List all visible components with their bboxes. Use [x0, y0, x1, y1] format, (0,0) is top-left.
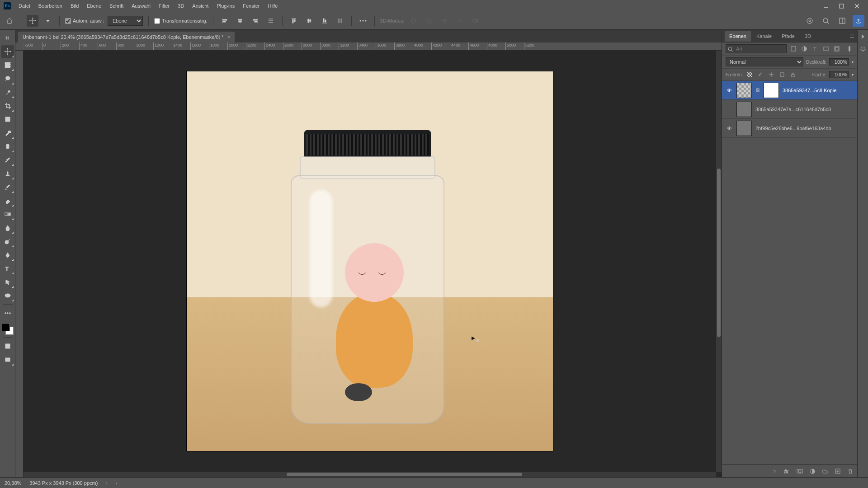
tab-3d[interactable]: 3D	[800, 31, 816, 42]
auto-select-checkbox[interactable]: Autom. ausw.:	[65, 18, 104, 24]
status-menu-icon[interactable]: ›	[106, 480, 108, 486]
chevron-down-icon[interactable]: ▾	[852, 73, 854, 77]
lock-artboard-icon[interactable]	[778, 70, 786, 79]
horizontal-scrollbar[interactable]	[24, 472, 716, 477]
align-left-icon[interactable]	[219, 15, 231, 27]
layer-thumbnail[interactable]	[736, 83, 752, 98]
menu-filter[interactable]: Filter	[155, 1, 174, 11]
align-center-v-icon[interactable]	[303, 15, 315, 27]
blend-mode-dropdown[interactable]: Normal	[726, 57, 803, 66]
move-tool-icon[interactable]	[27, 15, 38, 27]
layer-name[interactable]: 2bf99c5e26bbe6...9baf6e163a4bb	[755, 126, 854, 131]
canvas[interactable]: ▸✥	[187, 71, 553, 451]
tool-preset-dropdown[interactable]	[42, 15, 54, 27]
menu-file[interactable]: Datei	[14, 1, 34, 11]
layer-name[interactable]: 3865a59347...5c8 Kopie	[783, 88, 854, 93]
chevron-down-icon[interactable]: ▾	[852, 60, 854, 64]
window-minimize-button[interactable]	[818, 0, 834, 11]
cloud-docs-icon[interactable]	[804, 15, 816, 27]
align-distribute-icon[interactable]	[265, 15, 277, 27]
layer-row[interactable]: 3865a59347e7a...c611646d7b5c8	[722, 100, 857, 119]
filter-smart-icon[interactable]	[833, 45, 841, 53]
adjustment-layer-icon[interactable]	[808, 467, 816, 475]
mask-link-icon[interactable]: ⛓	[755, 88, 760, 93]
gradient-tool[interactable]	[1, 208, 14, 221]
delete-layer-icon[interactable]	[846, 467, 854, 475]
layer-group-icon[interactable]	[821, 467, 829, 475]
toolbar-grip[interactable]	[1, 32, 14, 44]
marquee-tool[interactable]	[1, 59, 14, 71]
search-icon[interactable]	[820, 15, 832, 27]
window-close-button[interactable]	[849, 0, 864, 11]
layer-visibility-icon[interactable]: 👁	[726, 88, 733, 93]
ruler-vertical[interactable]	[15, 51, 24, 477]
share-icon[interactable]	[853, 15, 864, 27]
filter-type-icon[interactable]: T	[811, 45, 819, 53]
align-bottom-icon[interactable]	[319, 15, 330, 27]
document-tab[interactable]: Unbenannt-1 bei 20,4% (3865a59347e7a5d3d…	[18, 32, 235, 42]
healing-brush-tool[interactable]	[1, 140, 14, 153]
menu-edit[interactable]: Bearbeiten	[34, 1, 66, 11]
lock-pixels-icon[interactable]	[756, 70, 764, 79]
ruler-horizontal[interactable]: -200020040060080010001200140016001800200…	[24, 42, 722, 51]
layer-visibility-icon[interactable]: 👁	[726, 126, 733, 131]
filter-toggle-icon[interactable]	[845, 45, 854, 53]
menu-help[interactable]: Hilfe	[264, 1, 282, 11]
eraser-tool[interactable]	[1, 194, 14, 207]
opacity-value[interactable]: 100%	[829, 58, 849, 66]
filter-adjust-icon[interactable]	[800, 45, 808, 53]
properties-panel-icon[interactable]	[859, 45, 867, 53]
tab-paths[interactable]: Pfade	[777, 31, 799, 42]
lock-position-icon[interactable]	[767, 70, 775, 79]
menu-3d[interactable]: 3D	[174, 1, 188, 11]
layer-mask-thumbnail[interactable]	[764, 83, 779, 98]
menu-image[interactable]: Bild	[66, 1, 83, 11]
layer-filter-input[interactable]	[726, 44, 787, 53]
shape-tool[interactable]	[1, 289, 14, 302]
layer-thumbnail[interactable]	[736, 121, 752, 136]
magic-wand-tool[interactable]	[1, 86, 14, 99]
edit-toolbar-icon[interactable]	[1, 307, 14, 319]
layer-name[interactable]: 3865a59347e7a...c611646d7b5c8	[755, 107, 854, 112]
quick-mask-icon[interactable]	[1, 340, 14, 352]
workspace-switcher-icon[interactable]	[836, 15, 848, 27]
canvas-viewport[interactable]: ▸✥	[24, 51, 716, 472]
lock-all-icon[interactable]	[789, 70, 797, 79]
blur-tool[interactable]	[1, 221, 14, 234]
window-maximize-button[interactable]	[834, 0, 849, 11]
align-distribute-v-icon[interactable]	[334, 15, 346, 27]
menu-type[interactable]: Schrift	[105, 1, 127, 11]
align-right-icon[interactable]	[250, 15, 261, 27]
color-swatch[interactable]	[2, 323, 14, 335]
eyedropper-tool[interactable]	[1, 127, 14, 139]
history-brush-tool[interactable]	[1, 181, 14, 193]
tab-channels[interactable]: Kanäle	[752, 31, 776, 42]
layer-thumbnail[interactable]	[736, 102, 752, 117]
expand-dock-icon[interactable]	[859, 33, 867, 41]
new-layer-icon[interactable]	[834, 467, 842, 475]
link-layers-icon[interactable]	[770, 467, 778, 475]
filter-pixel-icon[interactable]	[789, 45, 797, 53]
lasso-tool[interactable]	[1, 72, 14, 85]
crop-tool[interactable]	[1, 99, 14, 112]
ruler-origin[interactable]	[15, 42, 24, 51]
vertical-scrollbar[interactable]	[716, 51, 722, 472]
menu-view[interactable]: Ansicht	[188, 1, 212, 11]
lock-transparency-icon[interactable]	[745, 70, 754, 79]
screen-mode-icon[interactable]	[1, 353, 14, 366]
clone-stamp-tool[interactable]	[1, 167, 14, 180]
auto-select-target-dropdown[interactable]: Ebene	[108, 16, 143, 26]
zoom-level[interactable]: 20,38%	[5, 480, 21, 486]
filter-shape-icon[interactable]	[822, 45, 830, 53]
type-tool[interactable]: T	[1, 262, 14, 275]
tab-layers[interactable]: Ebenen	[725, 31, 751, 42]
menu-window[interactable]: Fenster	[239, 1, 264, 11]
path-select-tool[interactable]	[1, 276, 14, 288]
transform-controls-checkbox[interactable]: Transformationsstrg.	[154, 18, 207, 24]
dodge-tool[interactable]	[1, 235, 14, 248]
fill-value[interactable]: 100%	[829, 71, 849, 78]
status-prev-icon[interactable]: ‹	[116, 480, 118, 486]
menu-layer[interactable]: Ebene	[83, 1, 105, 11]
layer-row[interactable]: 👁⛓3865a59347...5c8 Kopie	[722, 81, 857, 100]
more-align-icon[interactable]	[357, 15, 369, 27]
